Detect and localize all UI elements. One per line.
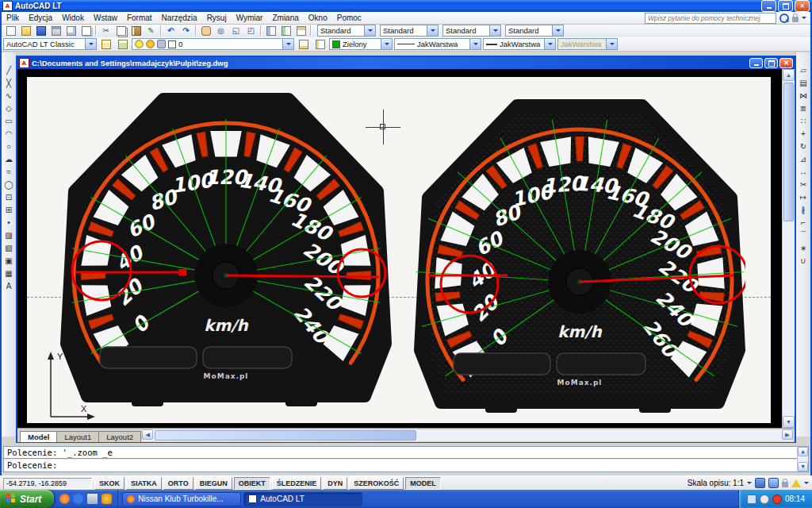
restore-button[interactable] [778,0,793,12]
scroll-down-icon[interactable]: ▼ [798,462,808,471]
erase-tool-button[interactable]: ▱ [797,64,810,76]
annotation-visibility-icon[interactable] [755,478,765,488]
matchprops-button[interactable] [144,25,159,37]
toggle-obiekt[interactable]: OBIEKT [234,477,270,490]
standard-combo-2[interactable]: Standard [380,25,439,37]
menu-format[interactable]: Format [122,13,157,22]
chamfer-tool-button[interactable]: ⌐ [797,216,810,229]
polygon-tool-button[interactable]: ◇ [2,102,16,114]
scale-tool-button[interactable]: ⊿ [797,152,810,165]
status-menu-icon[interactable] [804,482,809,487]
paste-button[interactable] [128,25,144,37]
drawing-maximize-button[interactable] [764,58,778,68]
volume-icon[interactable] [760,495,769,504]
toggle-dyn[interactable]: DYN [323,477,347,490]
chevron-down-icon[interactable] [544,39,555,49]
point-tool-button[interactable]: • [2,216,16,229]
chevron-down-icon[interactable] [364,25,375,36]
break-tool-button[interactable]: ∦ [797,203,810,216]
tab-model[interactable]: Model [20,431,57,442]
vertical-scrollbar[interactable]: ▲ ▼ [782,69,795,428]
security-icon[interactable] [772,495,782,504]
polyline-tool-button[interactable]: ∿ [2,89,16,102]
annotation-scale-label[interactable]: Skala opisu: 1:1 [688,479,744,487]
horizontal-scrollbar[interactable]: ◀ ▶ [142,429,793,441]
linetype-combo[interactable]: JakWarstwa [394,38,481,50]
chevron-down-icon[interactable] [381,39,392,49]
media-quicklaunch-icon[interactable] [102,494,112,504]
trim-tool-button[interactable]: ✂ [797,178,810,190]
drawing-minimize-button[interactable] [749,58,763,68]
scroll-right-icon[interactable]: ▶ [782,429,793,440]
mtext-tool-button[interactable]: A [2,279,16,292]
zoom-button[interactable] [213,25,228,37]
chevron-down-icon[interactable] [802,17,806,21]
copy-tool-button[interactable]: ▤ [797,76,810,89]
scroll-up-icon[interactable]: ▲ [798,447,808,456]
rotate-tool-button[interactable]: ↻ [797,140,810,152]
standard-combo-1[interactable]: Standard [317,25,376,37]
palettes-button[interactable] [293,25,308,37]
preview-button[interactable] [63,25,79,37]
drawing-canvas[interactable]: 020406080100120140160180200220240km/hMoM… [17,69,783,428]
help-search-input[interactable] [645,13,776,24]
chevron-down-icon[interactable] [85,39,96,49]
zoomwin-button[interactable] [228,25,243,37]
firefox-quicklaunch-icon[interactable] [59,494,70,504]
publish-button[interactable] [79,25,94,37]
region-tool-button[interactable]: ▣ [2,254,16,267]
block-tool-button[interactable]: ⊞ [2,203,16,216]
chevron-down-icon[interactable] [282,39,293,49]
menu-okno[interactable]: Okno [304,13,332,22]
join-tool-button[interactable]: ∪ [797,254,810,267]
layer-states-button[interactable] [115,38,130,50]
qnew-button[interactable] [3,25,18,37]
app-titlebar[interactable]: A AutoCAD LT ✕ [0,0,812,12]
table-tool-button[interactable]: ▦ [2,267,16,279]
chevron-down-icon[interactable] [552,25,563,36]
offset-tool-button[interactable]: ≣ [797,102,810,114]
toggle-siatka[interactable]: SIATKA [126,477,162,490]
line-tool-button[interactable]: ╱ [2,64,16,76]
explode-tool-button[interactable]: ∗ [797,241,810,254]
stretch-tool-button[interactable]: ↔ [797,165,810,178]
rectangle-tool-button[interactable]: ▭ [2,114,16,127]
array-tool-button[interactable]: ∷ [797,114,810,127]
chevron-down-icon[interactable] [469,39,481,49]
gradient-tool-button[interactable]: ▧ [2,241,16,254]
command-scrollbar[interactable]: ▲ ▼ [797,447,808,471]
pan-button[interactable] [198,25,213,37]
undo-button[interactable] [163,25,178,37]
menu-rysuj[interactable]: Rysuj [202,13,232,22]
layer-properties-button[interactable] [98,38,113,50]
menu-wstaw[interactable]: Wstaw [89,13,122,22]
chevron-down-icon[interactable] [747,482,752,487]
command-prompt[interactable]: Polecenie: [4,460,797,471]
plot-button[interactable] [48,25,63,37]
move-tool-button[interactable]: + [797,127,810,140]
scroll-down-icon[interactable]: ▼ [783,416,795,428]
color-combo[interactable]: Zielony [329,38,393,50]
make-layer-current-button[interactable] [296,38,311,50]
menu-widok[interactable]: Widok [57,13,89,22]
desktop-quicklaunch-icon[interactable] [86,493,98,505]
task-autocadlt[interactable]: AutoCAD LT [243,492,362,506]
menu-narzdzia[interactable]: Narzędzia [157,13,202,22]
network-icon[interactable] [747,495,756,504]
mirror-tool-button[interactable]: ⋈ [797,89,810,102]
autoscale-icon[interactable] [768,478,779,488]
vertical-scroll-thumb[interactable] [783,83,794,221]
xline-tool-button[interactable]: ╳ [2,76,16,89]
layer-on-icon[interactable] [135,40,144,48]
workspace-combo[interactable]: AutoCAD LT Classic [3,38,97,50]
insert-tool-button[interactable]: ⊡ [2,190,16,203]
menu-edycja[interactable]: Edycja [24,13,57,22]
toggle-orto[interactable]: ORTO [163,477,193,490]
scroll-left-icon[interactable]: ◀ [142,429,153,440]
zoomprev-button[interactable] [243,25,259,37]
horizontal-scroll-thumb[interactable] [155,430,416,441]
fillet-tool-button[interactable]: ⌒ [797,229,810,241]
drawing-close-button[interactable]: ✕ [779,58,793,68]
toggle-skok[interactable]: SKOK [94,477,124,490]
chevron-down-icon[interactable] [489,25,500,36]
